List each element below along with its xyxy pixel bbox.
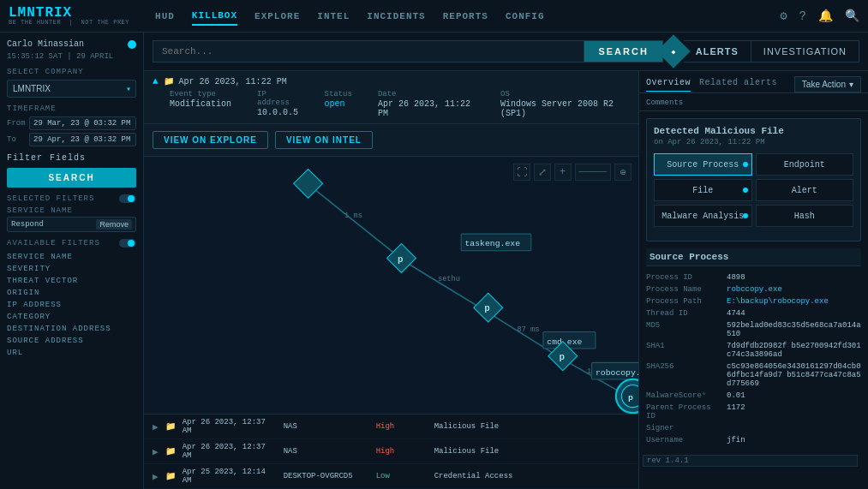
- sp-key-process-name: Process Name: [646, 285, 723, 294]
- zoom-in-icon[interactable]: +: [554, 164, 572, 181]
- row-source-1: NAS: [284, 422, 369, 431]
- avail-filter-origin[interactable]: ORIGIN: [7, 287, 136, 299]
- detail-cell-dot-file: [743, 188, 748, 193]
- remove-filter-button[interactable]: Remove: [96, 219, 132, 230]
- search-input[interactable]: [153, 40, 584, 63]
- row-expand-icon-3[interactable]: ▶: [153, 471, 159, 482]
- zoom-level: ──────: [575, 164, 611, 181]
- detail-cell-alert-label: Alert: [792, 186, 817, 195]
- meta-status: Status open: [325, 90, 352, 118]
- detail-cell-alert[interactable]: Alert: [756, 179, 854, 201]
- detail-cell-dot-malware: [743, 213, 748, 218]
- graph-area: 1 ms sethu 87 ms 127 ms p taskeng.exe: [144, 157, 638, 414]
- avail-filter-destination-address[interactable]: DESTINATION ADDRESS: [7, 323, 136, 335]
- notifications-icon[interactable]: 🔔: [818, 9, 833, 23]
- avail-filter-threat-vector[interactable]: THREAT VECTOR: [7, 275, 136, 287]
- row-type-2: Malicious File: [434, 447, 630, 456]
- comments-label[interactable]: Comments: [646, 98, 683, 107]
- search-icon[interactable]: 🔍: [845, 9, 859, 23]
- avail-filter-source-address[interactable]: SOURCE ADDRESS: [7, 335, 136, 347]
- alerts-button[interactable]: ALERTS: [684, 40, 751, 63]
- avail-filter-category[interactable]: CATEGORY: [7, 311, 136, 323]
- sp-key-sha256: SHA256: [646, 362, 723, 388]
- sp-value-md5: 592belad0ed83c35d5e68ca7a014a510: [727, 321, 861, 338]
- take-action-button[interactable]: Take Action ▾: [794, 76, 861, 92]
- user-online-dot: [128, 40, 136, 49]
- right-panel: Overview Related alerts Take Action ▾ Co…: [638, 71, 868, 489]
- event-title-row: ▲ 📁 Apr 26 2023, 11:22 PM: [153, 76, 630, 86]
- table-row[interactable]: ▶ 📁 Apr 26 2023, 12:37 AM NAS High Malic…: [144, 414, 638, 439]
- tab-overview[interactable]: Overview: [646, 78, 691, 92]
- row-source-3: DESKTOP-OVGRCD5: [284, 472, 369, 480]
- graph-controls: ⛶ ⤢ + ────── ⊕: [513, 164, 632, 181]
- table-row[interactable]: ▶ 📁 Apr 25 2023, 12:14 AM DESKTOP-OVGRCD…: [144, 464, 638, 489]
- detail-cell-file-label: File: [692, 186, 713, 195]
- row-date-3: Apr 25 2023, 12:14 AM: [183, 468, 277, 485]
- nav-explore[interactable]: EXPLORE: [254, 8, 300, 25]
- avail-filter-url[interactable]: URL: [7, 347, 136, 359]
- company-select[interactable]: LMNTRIX: [7, 80, 136, 98]
- fullscreen-icon[interactable]: ⛶: [513, 164, 530, 181]
- event-date: Apr 26 2023, 11:22 PM: [179, 77, 287, 86]
- nav-hud[interactable]: HUD: [155, 8, 175, 25]
- nav-killbox[interactable]: KILLBOX: [192, 7, 237, 26]
- detail-cell-malware-label: Malware Analysis: [661, 212, 744, 221]
- view-on-intel-button[interactable]: VIEW ON INTEL: [275, 131, 373, 149]
- detail-cell-hash[interactable]: Hash: [756, 205, 854, 227]
- avail-filter-service-name[interactable]: SERVICE NAME: [7, 251, 136, 263]
- investigation-button[interactable]: INVESTIGATION: [751, 40, 859, 63]
- view-on-explore-button[interactable]: VIEW ON EXPLORE: [153, 131, 268, 149]
- sp-key-thread-id: Thread ID: [646, 309, 723, 318]
- meta-event-type: Event type Modification: [170, 90, 231, 118]
- zoom-out-icon[interactable]: ⊕: [614, 164, 632, 181]
- detail-cell-source-process[interactable]: Source Process: [654, 153, 752, 176]
- expand-arrow-icon[interactable]: ▲: [153, 76, 159, 86]
- selected-filters-toggle[interactable]: [119, 194, 136, 203]
- meta-os-value: Windows Server 2008 R2 (SP1): [500, 99, 630, 118]
- detail-cell-endpoint-label: Endpoint: [784, 160, 825, 170]
- graph-svg: 1 ms sethu 87 ms 127 ms p taskeng.exe: [144, 157, 638, 414]
- sp-value-sha256: c5c93e864056e3430161297d04cb06dfbc14fa9d…: [727, 362, 861, 388]
- nav-config[interactable]: CONFIG: [506, 8, 545, 25]
- help-icon[interactable]: ?: [799, 9, 806, 23]
- fields-label: Fields: [50, 153, 86, 163]
- middle-panel: ▲ 📁 Apr 26 2023, 11:22 PM Event type Mod…: [144, 71, 638, 489]
- avail-filter-ip-address[interactable]: IP ADDRESS: [7, 299, 136, 311]
- sp-row-md5: MD5 592belad0ed83c35d5e68ca7a014a510: [646, 321, 861, 338]
- row-expand-icon-2[interactable]: ▶: [153, 446, 159, 457]
- svg-text:p: p: [484, 303, 490, 313]
- row-severity-2: High: [376, 447, 428, 456]
- meta-ip-value: 10.0.0.5: [257, 108, 299, 117]
- svg-text:87 ms: 87 ms: [517, 325, 539, 334]
- table-row[interactable]: ▶ 📁 Apr 26 2023, 12:37 AM NAS High Malic…: [144, 439, 638, 464]
- meta-os: OS Windows Server 2008 R2 (SP1): [500, 90, 630, 118]
- sidebar-search-button[interactable]: SEARCH: [7, 168, 136, 188]
- expand-icon[interactable]: ⤢: [534, 164, 551, 181]
- comments-section: Comments: [639, 93, 868, 111]
- detail-cell-hash-label: Hash: [794, 212, 815, 221]
- svg-rect-8: [294, 169, 323, 198]
- row-severity-1: High: [376, 422, 428, 431]
- detail-cell-file[interactable]: File: [654, 179, 752, 201]
- sp-value-username: jfin: [727, 436, 745, 444]
- settings-icon[interactable]: ⚙: [780, 9, 787, 23]
- filter-label: Filter: [7, 153, 43, 163]
- detail-cell-endpoint[interactable]: Endpoint: [756, 153, 854, 176]
- detail-cell-malware-analysis[interactable]: Malware Analysis: [654, 205, 752, 227]
- detail-cell-dot-source-process: [743, 162, 748, 167]
- nav-incidents[interactable]: INCIDENTS: [367, 8, 425, 25]
- search-button[interactable]: SEARCH: [584, 40, 662, 63]
- svg-text:sethu: sethu: [438, 275, 460, 283]
- nav-reports[interactable]: REPORTS: [443, 8, 488, 25]
- right-panel-tabs: Overview Related alerts Take Action ▾: [639, 71, 868, 93]
- sp-key-signer: Signer: [646, 424, 723, 432]
- meta-event-type-key: Event type: [170, 90, 231, 98]
- tab-related-alerts[interactable]: Related alerts: [699, 78, 777, 91]
- available-filters-toggle[interactable]: [119, 239, 136, 247]
- nav-intel[interactable]: INTEL: [317, 8, 350, 25]
- sidebar-username: Carlo Minassian: [7, 39, 84, 49]
- meta-date-key: Date: [378, 90, 475, 98]
- sidebar: Carlo Minassian 15:35:12 SAT | 29 APRIL …: [0, 33, 144, 489]
- row-expand-icon-1[interactable]: ▶: [153, 421, 159, 432]
- avail-filter-severity[interactable]: SEVERITY: [7, 263, 136, 275]
